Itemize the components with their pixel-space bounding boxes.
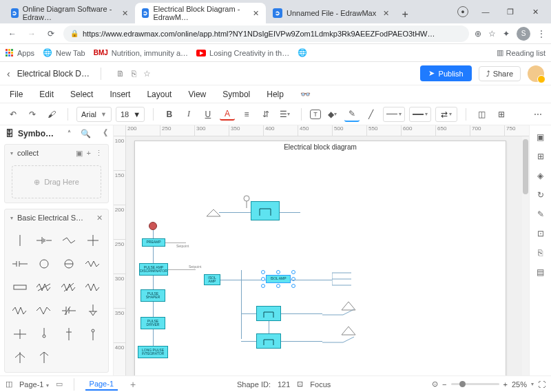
block-node[interactable] — [251, 201, 280, 220]
add-page-button[interactable]: + — [130, 379, 136, 390]
block-node[interactable] — [256, 306, 281, 321]
search-icon[interactable]: 🔍 — [81, 129, 91, 138]
line-color-icon[interactable]: ✎ — [344, 107, 360, 122]
reload-icon[interactable]: ⟳ — [44, 27, 58, 41]
zoom-in-button[interactable]: + — [503, 380, 508, 389]
preamp-node[interactable]: PREAMP — [142, 238, 165, 247]
menu-view[interactable]: View — [185, 88, 209, 101]
menu-layout[interactable]: Layout — [144, 88, 174, 101]
star-icon[interactable]: ☆ — [488, 29, 496, 39]
pages-icon[interactable]: ◫ — [6, 380, 12, 389]
minimize-icon[interactable]: — — [478, 4, 493, 19]
arrow-style-select[interactable]: ⇄▾ — [435, 107, 457, 122]
textbox-icon[interactable]: T — [310, 110, 321, 119]
more-icon[interactable]: ⋮ — [95, 149, 103, 158]
browser-tab-1[interactable]: ➲ Electrical Block Diagram - EdrawM… ✕ — [135, 3, 266, 23]
share-button[interactable]: ⤴ Share — [479, 66, 521, 81]
symbol-item[interactable] — [8, 252, 32, 276]
scrollbar-thumb[interactable] — [523, 139, 528, 194]
symbol-item[interactable] — [8, 276, 32, 299]
reading-list-button[interactable]: ▥ Reading list — [497, 48, 545, 57]
pulse-driver-node[interactable]: PULSE DRIVER — [141, 317, 165, 329]
menu-select[interactable]: Select — [67, 88, 96, 101]
align-left-icon[interactable]: ≡ — [239, 107, 254, 122]
browser-tab-2[interactable]: ➲ Unnamed File - EdrawMax ✕ — [266, 3, 396, 23]
collect-header[interactable]: ▾ collect ▣+⋮ — [5, 145, 108, 161]
symbol-item[interactable] — [32, 299, 57, 322]
tags-icon[interactable]: ▤ — [534, 266, 547, 278]
symbol-item[interactable] — [81, 229, 106, 252]
outline-icon[interactable]: ▭ — [56, 380, 63, 389]
zoom-slider[interactable] — [451, 383, 499, 385]
back-chevron-icon[interactable]: ‹ — [7, 68, 10, 79]
maximize-icon[interactable]: ❐ — [503, 4, 518, 19]
address-bar[interactable]: 🔒 https://www.edrawmax.com/online/app.ht… — [63, 25, 469, 42]
italic-button[interactable]: I — [181, 107, 196, 122]
focus-label[interactable]: Focus — [310, 380, 331, 389]
arrange-icon[interactable]: ◫ — [475, 107, 490, 122]
close-icon[interactable]: ✕ — [383, 9, 389, 18]
properties-icon[interactable]: ▣ — [534, 131, 547, 143]
diagram-page[interactable]: Electrical block diagram PREAMP Setpoint… — [134, 141, 506, 375]
symbol-item[interactable] — [8, 229, 32, 252]
bold-button[interactable]: B — [162, 107, 177, 122]
symbol-item[interactable] — [81, 252, 106, 276]
newtab-bookmark[interactable]: 🌐 New Tab — [43, 48, 85, 57]
profile-avatar[interactable]: S — [517, 27, 530, 41]
close-icon[interactable]: ✕ — [122, 9, 128, 18]
more-icon[interactable]: ⋯ — [530, 107, 545, 122]
collapse-panel-icon[interactable]: 《 — [99, 127, 107, 139]
font-size-select[interactable]: 18 ▼ — [116, 107, 145, 122]
isol-amp-node[interactable]: ISOL AMP — [204, 274, 220, 285]
plus-icon[interactable]: + — [87, 149, 91, 158]
add-icon[interactable]: ▣ — [76, 149, 83, 158]
fullscreen-icon[interactable]: ⛶ — [538, 380, 545, 389]
block-node[interactable] — [256, 333, 281, 349]
close-icon[interactable]: ✕ — [253, 9, 259, 18]
menu-insert[interactable]: Insert — [107, 88, 133, 101]
symbol-item[interactable] — [8, 346, 32, 369]
redo-icon[interactable]: ↷ — [25, 107, 40, 122]
comments-icon[interactable]: ✎ — [534, 208, 547, 220]
symbol-item[interactable] — [32, 346, 57, 369]
symbol-item[interactable] — [32, 276, 57, 299]
undo-icon[interactable]: ↶ — [6, 107, 21, 122]
start-node[interactable] — [149, 222, 157, 230]
chevron-up-icon[interactable]: ˄ — [67, 130, 71, 137]
long-pulse-node[interactable]: LONG PULSE INTEGRATOR — [138, 346, 168, 358]
symbol-item[interactable] — [8, 322, 32, 346]
symbol-item[interactable] — [56, 229, 81, 252]
line-style-select[interactable]: ▾ — [383, 107, 405, 122]
symbol-item[interactable] — [32, 229, 57, 252]
menu-file[interactable]: File — [7, 88, 25, 101]
symbol-item[interactable] — [56, 276, 81, 299]
menu-icon[interactable]: ⋮ — [537, 29, 545, 39]
browser-tab-0[interactable]: ➲ Online Diagram Software - Edraw… ✕ — [4, 3, 135, 23]
symbol-item[interactable] — [32, 322, 57, 346]
pulse-amp-node[interactable]: PULSE AMP DISCRIMINATOR — [139, 263, 168, 276]
apps-bookmark[interactable]: Apps — [6, 49, 34, 57]
glasses-icon[interactable]: 👓 — [298, 88, 313, 101]
zoom-value[interactable]: 25% — [512, 380, 527, 389]
connector-icon[interactable]: ╱ — [364, 107, 379, 122]
extensions-icon[interactable]: ✦ — [503, 29, 510, 39]
symbol-item[interactable] — [56, 299, 81, 322]
symbol-item[interactable] — [81, 322, 106, 346]
list-icon[interactable]: ☰▾ — [278, 107, 293, 122]
history-icon[interactable]: ↻ — [534, 189, 547, 201]
grid-icon[interactable]: ⊞ — [534, 150, 547, 163]
layers-icon[interactable]: ◈ — [534, 169, 547, 182]
publish-button[interactable]: ➤ Publish — [420, 65, 472, 81]
menu-help[interactable]: Help — [264, 88, 287, 101]
line-spacing-icon[interactable]: ⇵ — [258, 107, 273, 122]
symbol-item[interactable] — [81, 276, 106, 299]
export-icon[interactable]: ⎘ — [132, 69, 136, 79]
close-icon[interactable]: ✕ — [96, 214, 103, 223]
zoom-out-button[interactable]: − — [442, 380, 446, 389]
font-color-button[interactable]: A — [220, 108, 235, 121]
links-icon[interactable]: ⊡ — [534, 227, 547, 240]
symbol-item[interactable] — [32, 252, 57, 276]
menu-edit[interactable]: Edit — [37, 88, 56, 101]
user-avatar[interactable] — [528, 65, 544, 82]
basic-electrical-header[interactable]: ▾ Basic Electrical S… ✕ — [5, 209, 108, 226]
